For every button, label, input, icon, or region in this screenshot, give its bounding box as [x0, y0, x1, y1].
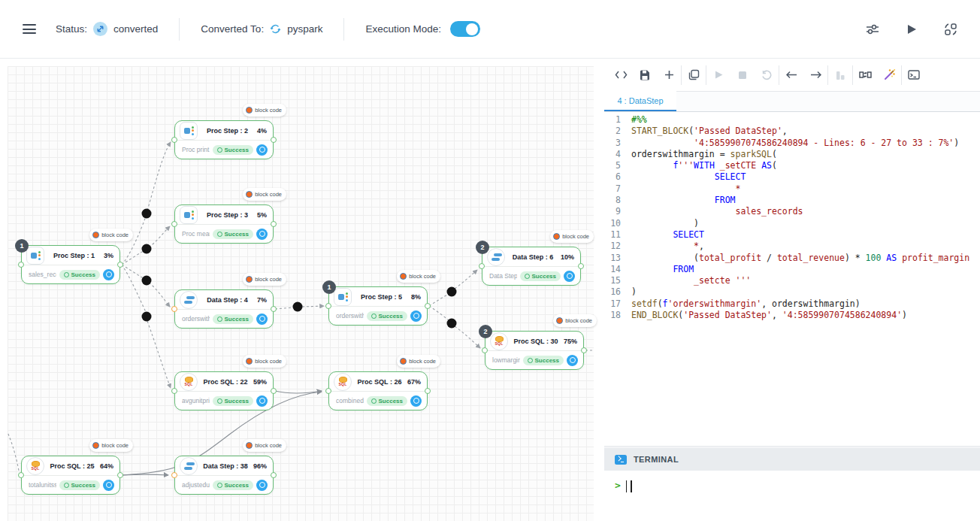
- terminal-input-area[interactable]: >: [604, 471, 980, 521]
- code-line: 17setdf(f'orderswithmargin', orderswithm…: [604, 298, 980, 310]
- input-port[interactable]: [171, 472, 177, 478]
- status-group: Status: converted: [56, 22, 158, 36]
- stop-icon[interactable]: [736, 68, 749, 82]
- output-port[interactable]: [271, 306, 277, 312]
- flow-canvas[interactable]: 1block codeProc Step : 13%sales_recordsS…: [8, 66, 594, 521]
- navigate-forward-icon[interactable]: [809, 68, 822, 82]
- magic-wand-icon[interactable]: [882, 68, 896, 82]
- sql-step-icon: SQL: [180, 373, 198, 391]
- layout-toggle-icon[interactable]: [942, 21, 959, 38]
- open-terminal-icon[interactable]: [907, 68, 921, 82]
- block-code-pill[interactable]: block code: [243, 188, 286, 201]
- block-code-pill[interactable]: block code: [397, 355, 440, 368]
- input-port[interactable]: [482, 347, 488, 353]
- node-action-button[interactable]: [564, 271, 575, 282]
- flow-node-30[interactable]: 2block codeSQLProc SQL : 3075%lowmargino…: [485, 331, 584, 370]
- output-port[interactable]: [581, 347, 587, 353]
- data-step-icon: [180, 291, 198, 309]
- flow-node-5[interactable]: 1block codeProc Step : 58%orderswith...S…: [328, 286, 428, 326]
- compare-code-icon[interactable]: [858, 68, 872, 82]
- chart-icon[interactable]: [833, 68, 847, 82]
- input-port[interactable]: [325, 303, 331, 309]
- restart-icon[interactable]: [760, 68, 773, 82]
- flow-node-4[interactable]: block codeData Step : 47%orderswith...Su…: [174, 289, 274, 329]
- node-action-button[interactable]: [256, 395, 268, 407]
- execution-mode-toggle[interactable]: [450, 21, 480, 37]
- code-line: 6 SELECT: [604, 171, 980, 183]
- output-port[interactable]: [578, 263, 584, 269]
- node-action-button[interactable]: [256, 314, 268, 325]
- code-editor[interactable]: 1#%%2START_BLOCK('Passed DataStep',3 '4:…: [604, 112, 980, 446]
- input-port[interactable]: [171, 306, 177, 312]
- data-step-icon: [180, 457, 198, 475]
- node-action-button[interactable]: [567, 355, 578, 366]
- input-port[interactable]: [171, 221, 177, 227]
- add-tab-icon[interactable]: [662, 68, 676, 82]
- output-port[interactable]: [117, 262, 123, 268]
- block-code-pill[interactable]: block code: [397, 270, 440, 283]
- nodes-layer: 1block codeProc Step : 13%sales_recordsS…: [8, 66, 594, 521]
- output-port[interactable]: [425, 303, 431, 309]
- tab-datastep-4[interactable]: 4 : DataStep: [604, 91, 676, 111]
- input-port[interactable]: [171, 137, 177, 143]
- output-port[interactable]: [271, 472, 277, 478]
- block-code-pill[interactable]: block code: [243, 273, 286, 286]
- flow-node-1[interactable]: 1block codeProc Step : 13%sales_recordsS…: [21, 245, 120, 284]
- flow-node-3[interactable]: block codeProc Step : 35%Proc meansSucce…: [174, 204, 274, 244]
- sas-block-icon: [246, 442, 253, 449]
- flow-node-2[interactable]: block codeProc Step : 24%Proc printSucce…: [174, 120, 274, 159]
- flow-node-6[interactable]: 2block codeData Step : 610%Data StepSucc…: [482, 247, 581, 286]
- hamburger-menu-icon[interactable]: [23, 24, 36, 34]
- flow-node-38[interactable]: block codeData Step : 3896%adjustedunit.…: [174, 456, 274, 495]
- sas-block-icon: [400, 273, 407, 280]
- node-action-button[interactable]: [410, 395, 422, 407]
- run-cell-icon[interactable]: [712, 68, 725, 82]
- terminal-header[interactable]: TERMINAL: [604, 448, 980, 471]
- node-order-badge: 2: [476, 241, 489, 254]
- input-port[interactable]: [479, 263, 485, 269]
- node-action-button[interactable]: [410, 310, 422, 322]
- block-code-pill[interactable]: block code: [243, 104, 286, 117]
- flow-node-25[interactable]: block codeSQLProc SQL : 2564%totalunitss…: [21, 456, 120, 495]
- copy-icon[interactable]: [687, 68, 700, 82]
- check-icon: [525, 274, 530, 279]
- block-code-pill[interactable]: block code: [550, 230, 594, 243]
- output-port[interactable]: [117, 472, 123, 478]
- output-port[interactable]: [271, 221, 277, 227]
- navigate-back-icon[interactable]: [785, 68, 798, 82]
- output-port[interactable]: [271, 388, 277, 394]
- node-action-button[interactable]: [103, 269, 114, 280]
- code-view-icon[interactable]: [614, 68, 628, 82]
- save-icon[interactable]: [638, 68, 652, 82]
- block-code-pill[interactable]: block code: [243, 439, 286, 452]
- input-port[interactable]: [18, 472, 24, 478]
- block-code-pill[interactable]: block code: [89, 439, 133, 452]
- code-line: 15 _setcte ''': [604, 275, 980, 286]
- block-code-pill[interactable]: block code: [89, 229, 133, 241]
- input-port[interactable]: [18, 262, 24, 268]
- block-code-pill[interactable]: block code: [553, 314, 597, 327]
- block-code-label: block code: [101, 442, 129, 449]
- output-port[interactable]: [271, 137, 277, 143]
- flow-node-22[interactable]: block codeSQLProc SQL : 2259%avgunitpric…: [174, 371, 274, 410]
- node-action-button[interactable]: [256, 480, 268, 491]
- input-port[interactable]: [325, 388, 331, 394]
- node-action-button[interactable]: [256, 229, 268, 240]
- node-progress: 67%: [407, 378, 421, 386]
- node-order-badge: 1: [15, 239, 29, 253]
- settings-sliders-icon[interactable]: [864, 21, 881, 38]
- node-action-button[interactable]: [103, 480, 114, 491]
- input-port[interactable]: [171, 388, 177, 394]
- terminal-icon: [615, 455, 627, 465]
- status-value: converted: [113, 23, 158, 35]
- converted-to-value: pyspark: [287, 23, 322, 35]
- block-code-pill[interactable]: block code: [243, 355, 286, 368]
- block-code-label: block code: [255, 276, 282, 283]
- code-lines: 1#%%2START_BLOCK('Passed DataStep',3 '4:…: [604, 114, 980, 321]
- node-order-badge: 1: [322, 280, 336, 294]
- run-pipeline-icon[interactable]: [903, 21, 920, 38]
- check-icon: [217, 483, 222, 488]
- output-port[interactable]: [425, 388, 431, 394]
- flow-node-26[interactable]: block codeSQLProc SQL : 2667%combinedm..…: [328, 371, 428, 410]
- node-action-button[interactable]: [256, 144, 268, 156]
